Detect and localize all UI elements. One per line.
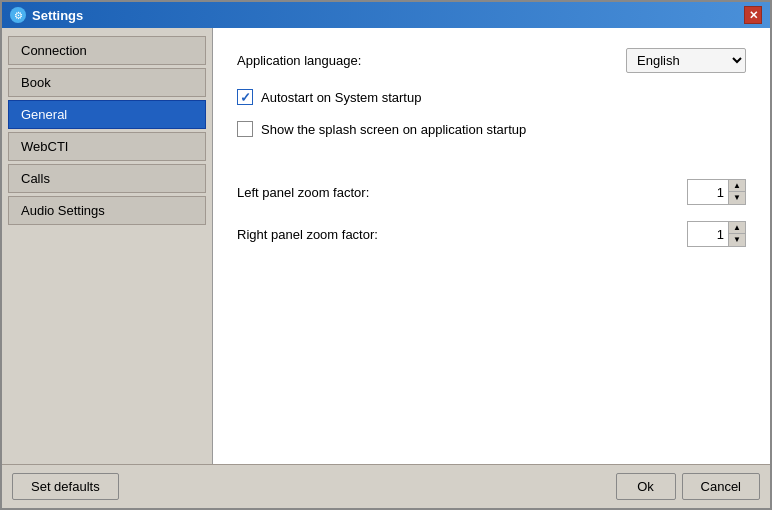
- footer: Set defaults Ok Cancel: [2, 464, 770, 508]
- language-select[interactable]: English French German Spanish: [626, 48, 746, 73]
- right-zoom-down-button[interactable]: ▼: [729, 234, 745, 246]
- footer-right: Ok Cancel: [616, 473, 760, 500]
- sidebar-item-general[interactable]: General: [8, 100, 206, 129]
- right-zoom-label: Right panel zoom factor:: [237, 227, 378, 242]
- left-zoom-label: Left panel zoom factor:: [237, 185, 369, 200]
- title-bar: ⚙ Settings ✕: [2, 2, 770, 28]
- autostart-label: Autostart on System startup: [261, 90, 421, 105]
- right-zoom-spinner: ▲ ▼: [687, 221, 746, 247]
- settings-icon: ⚙: [10, 7, 26, 23]
- left-zoom-spinner: ▲ ▼: [687, 179, 746, 205]
- left-zoom-down-button[interactable]: ▼: [729, 192, 745, 204]
- language-row: Application language: English French Ger…: [237, 48, 746, 73]
- right-zoom-row: Right panel zoom factor: ▲ ▼: [237, 221, 746, 247]
- sidebar-item-audio-settings[interactable]: Audio Settings: [8, 196, 206, 225]
- splash-row: Show the splash screen on application st…: [237, 121, 746, 137]
- sidebar: Connection Book General WebCTI Calls Aud…: [2, 28, 212, 464]
- left-zoom-buttons: ▲ ▼: [728, 180, 745, 204]
- sidebar-item-calls[interactable]: Calls: [8, 164, 206, 193]
- ok-button[interactable]: Ok: [616, 473, 676, 500]
- left-zoom-up-button[interactable]: ▲: [729, 180, 745, 192]
- spacer: [237, 153, 746, 163]
- left-zoom-row: Left panel zoom factor: ▲ ▼: [237, 179, 746, 205]
- title-bar-left: ⚙ Settings: [10, 7, 83, 23]
- main-panel: Application language: English French Ger…: [212, 28, 770, 464]
- sidebar-item-connection[interactable]: Connection: [8, 36, 206, 65]
- language-label: Application language:: [237, 53, 361, 68]
- left-zoom-input[interactable]: [688, 183, 728, 202]
- window-title: Settings: [32, 8, 83, 23]
- right-zoom-up-button[interactable]: ▲: [729, 222, 745, 234]
- autostart-checkbox[interactable]: [237, 89, 253, 105]
- splash-label: Show the splash screen on application st…: [261, 122, 526, 137]
- splash-checkbox[interactable]: [237, 121, 253, 137]
- sidebar-item-book[interactable]: Book: [8, 68, 206, 97]
- cancel-button[interactable]: Cancel: [682, 473, 760, 500]
- right-zoom-input[interactable]: [688, 225, 728, 244]
- settings-window: ⚙ Settings ✕ Connection Book General Web…: [0, 0, 772, 510]
- close-button[interactable]: ✕: [744, 6, 762, 24]
- content-area: Connection Book General WebCTI Calls Aud…: [2, 28, 770, 464]
- autostart-row: Autostart on System startup: [237, 89, 746, 105]
- sidebar-item-webcti[interactable]: WebCTI: [8, 132, 206, 161]
- set-defaults-button[interactable]: Set defaults: [12, 473, 119, 500]
- right-zoom-buttons: ▲ ▼: [728, 222, 745, 246]
